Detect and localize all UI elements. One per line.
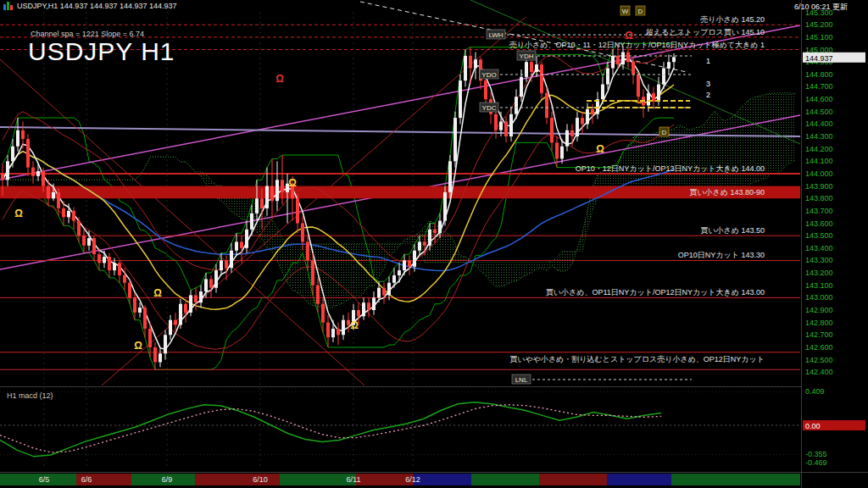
price-tick-label: 144.000	[805, 169, 833, 178]
candle	[504, 121, 508, 136]
price-tick-label: 143.400	[805, 244, 833, 252]
level-tag: YDH	[520, 53, 534, 60]
candle	[326, 323, 330, 338]
candle	[169, 320, 172, 336]
candle	[6, 161, 9, 180]
candle	[570, 130, 574, 136]
candle	[214, 270, 218, 287]
candle	[92, 238, 96, 254]
price-tick-label: 143.600	[805, 219, 833, 228]
level-annotation: 買い小さめ 143.80-90	[689, 188, 765, 197]
candle	[47, 186, 50, 199]
price-tick-label: 143.300	[805, 256, 833, 264]
level-annotation: OP10日NYカット 143.30	[678, 251, 765, 259]
candle	[362, 302, 365, 316]
candle	[148, 329, 152, 347]
mt4-chart-window: LWHYDHYDOYDCLNLWDD132ΩΩΩΩΩΩΩΩ売り小さめ 145.2…	[0, 0, 868, 488]
price-tick-label: 142.400	[805, 368, 833, 376]
pivot-number: 1	[706, 57, 710, 65]
candle	[296, 198, 299, 223]
level-annotation: 売り小さめ、OP10・11・12日NYカット/OP16日NYカット極めて大きめ …	[509, 41, 765, 49]
candle	[26, 139, 30, 168]
candle	[36, 171, 40, 176]
current-price-value: 144.937	[805, 54, 833, 63]
candle	[174, 320, 177, 325]
candle	[42, 171, 45, 186]
candle	[316, 286, 320, 304]
candle	[342, 320, 345, 336]
candle	[220, 260, 223, 270]
session-segment	[280, 474, 356, 485]
level-annotation: 超えるとストップロス買い 145.10	[646, 28, 765, 36]
candle	[581, 118, 584, 124]
omega-marker: Ω	[596, 143, 604, 155]
ohlc-quote: USDJPY,H1 144.937 144.937 144.937 144.93…	[17, 0, 177, 12]
candle	[403, 260, 406, 270]
candle	[31, 168, 35, 176]
candle	[601, 85, 604, 100]
candle	[113, 263, 116, 270]
candle	[331, 329, 335, 337]
macd-label: H1 macd (12)	[7, 391, 53, 400]
price-tick-label: 143.900	[805, 182, 833, 191]
session-segment	[539, 474, 607, 485]
candle	[672, 57, 676, 62]
svg-text:-0.469: -0.469	[805, 458, 827, 467]
candle	[306, 241, 309, 260]
price-tick-label: 144.100	[805, 157, 833, 165]
candle	[459, 80, 462, 118]
candle	[77, 221, 81, 236]
candle	[377, 288, 381, 298]
price-tick-label: 142.500	[805, 356, 833, 364]
candle	[433, 230, 437, 233]
quote-bar: USDJPY,H1 144.937 144.937 144.937 144.93…	[0, 0, 868, 12]
candle	[235, 241, 238, 250]
price-tick-label: 142.900	[805, 306, 833, 314]
candle	[82, 236, 86, 246]
candle	[311, 260, 314, 285]
candle	[423, 241, 426, 245]
candle	[586, 109, 589, 125]
candle	[11, 147, 14, 162]
candle	[204, 279, 208, 291]
candle	[321, 304, 325, 323]
pivot-number: 3	[706, 80, 710, 88]
date-label: 6/6	[81, 475, 92, 484]
candle	[179, 304, 182, 325]
candle	[240, 241, 243, 247]
level-tag: YDO	[481, 71, 496, 79]
candle	[611, 56, 615, 69]
omega-marker: Ω	[134, 340, 142, 352]
candle	[67, 211, 70, 217]
level-annotation: OP10・12日NYカット/OP13日NYカット大きめ 144.00	[576, 164, 765, 173]
candle	[270, 186, 274, 202]
chart-watermark-title: USDJPY H1	[28, 37, 175, 66]
omega-marker: Ω	[350, 319, 359, 331]
price-tick-label: 142.700	[805, 330, 833, 339]
candle	[392, 275, 396, 283]
candle	[382, 288, 386, 296]
candle	[367, 302, 370, 310]
price-tick-label: 143.000	[805, 293, 833, 302]
price-tick-label: 144.400	[805, 119, 833, 128]
candle	[159, 353, 162, 362]
candle	[535, 64, 538, 72]
date-label: 6/9	[162, 475, 173, 484]
price-chart-canvas[interactable]: LWHYDHYDOYDCLNLWDD132ΩΩΩΩΩΩΩΩ売り小さめ 145.2…	[0, 0, 868, 488]
candle	[133, 297, 136, 313]
candle	[418, 241, 421, 250]
candle	[372, 297, 376, 310]
candle	[275, 180, 279, 201]
price-tick-label: 144.800	[805, 70, 833, 79]
candle	[184, 304, 187, 313]
price-tick-label: 144.600	[805, 95, 833, 103]
candle	[530, 62, 533, 72]
price-tick-label: 145.100	[805, 33, 833, 42]
candle	[565, 130, 569, 147]
date-label: 6/10	[253, 475, 268, 484]
candle	[560, 147, 564, 159]
price-tick-label: 143.800	[805, 194, 833, 202]
candle	[520, 77, 523, 97]
candle	[337, 329, 340, 335]
price-tick-label: 142.600	[805, 343, 833, 352]
